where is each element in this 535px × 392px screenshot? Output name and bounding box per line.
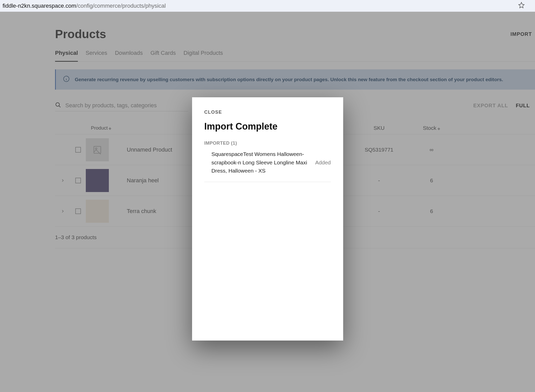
browser-address-bar: fiddle-n2kn.squarespace.com/config/comme… xyxy=(0,0,535,12)
imported-item-row: SquarespaceTest Womens Halloween-scrapbo… xyxy=(204,148,331,182)
imported-count-label: IMPORTED (1) xyxy=(204,141,331,146)
close-button[interactable]: CLOSE xyxy=(204,110,331,115)
imported-item-status: Added xyxy=(315,160,331,166)
imported-item-name: SquarespaceTest Womens Halloween-scrapbo… xyxy=(212,150,308,175)
bookmark-star-icon[interactable] xyxy=(518,2,525,10)
url-path: /config/commerce/products/physical xyxy=(76,3,166,9)
url-host: fiddle-n2kn.squarespace.com xyxy=(3,3,76,9)
import-complete-modal: CLOSE Import Complete IMPORTED (1) Squar… xyxy=(192,97,343,341)
modal-title: Import Complete xyxy=(204,121,331,132)
